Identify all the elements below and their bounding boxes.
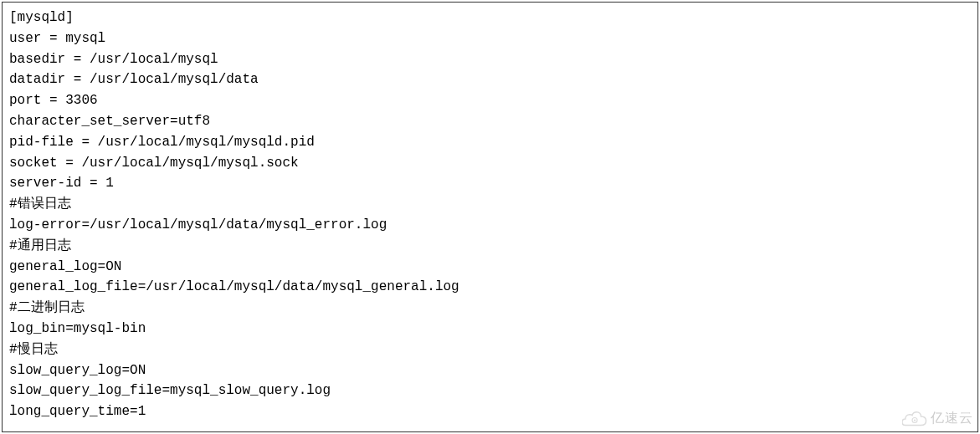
- config-line: long_query_time=1: [9, 401, 971, 422]
- config-line: #慢日志: [9, 340, 971, 360]
- config-line: character_set_server=utf8: [9, 111, 971, 132]
- config-line: user = mysql: [9, 28, 971, 49]
- config-line: slow_query_log=ON: [9, 360, 971, 381]
- config-line: socket = /usr/local/mysql/mysql.sock: [9, 153, 971, 174]
- config-line: #错误日志: [9, 194, 971, 215]
- config-line: [mysqld]: [9, 8, 971, 28]
- config-line: general_log_file=/usr/local/mysql/data/m…: [9, 277, 971, 298]
- config-line: log_bin=mysql-bin: [9, 319, 971, 340]
- config-line: port = 3306: [9, 90, 971, 111]
- config-line: pid-file = /usr/local/mysql/mysqld.pid: [9, 132, 971, 153]
- config-code-block: [mysqld] user = mysql basedir = /usr/loc…: [2, 2, 978, 432]
- config-line: log-error=/usr/local/mysql/data/mysql_er…: [9, 215, 971, 236]
- config-line: #通用日志: [9, 236, 971, 257]
- config-line: server-id = 1: [9, 173, 971, 194]
- config-line: #二进制日志: [9, 298, 971, 319]
- config-line: slow_query_log_file=mysql_slow_query.log: [9, 380, 971, 401]
- config-line: datadir = /usr/local/mysql/data: [9, 69, 971, 90]
- config-line: general_log=ON: [9, 257, 971, 278]
- config-line: basedir = /usr/local/mysql: [9, 49, 971, 70]
